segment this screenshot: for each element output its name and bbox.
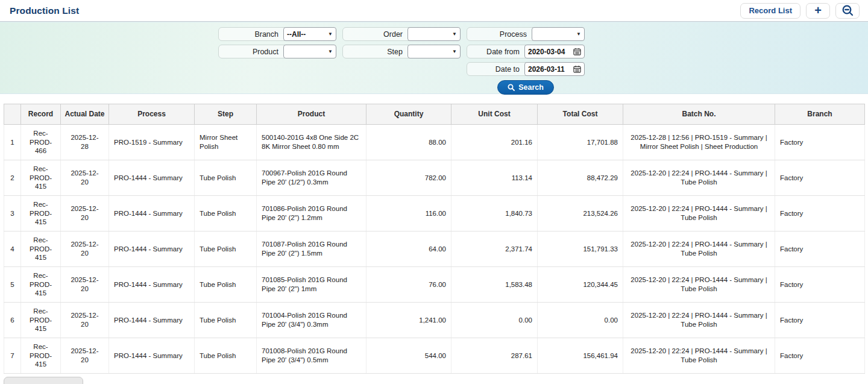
col-header-quantity: Quantity xyxy=(366,104,451,125)
filter-step-label: Step xyxy=(343,48,407,56)
cell-actual-date: 2025-12-20 xyxy=(61,160,109,196)
production-list-page: Production List Record List + Branch xyxy=(0,0,868,384)
table-row[interactable]: 3 Rec-PROD-415 2025-12-20 PRO-1444 - Sum… xyxy=(4,196,865,231)
cell-record: Rec-PROD-415 xyxy=(21,196,61,231)
cell-process: PRO-1444 - Summary xyxy=(109,231,195,267)
cell-process: PRO-1444 - Summary xyxy=(109,267,195,303)
filter-order-label: Order xyxy=(343,30,407,39)
cell-record: Rec-PROD-415 xyxy=(21,303,61,338)
col-header-process: Process xyxy=(109,104,195,125)
cell-row-index: 2 xyxy=(4,160,21,196)
col-header-total-cost: Total Cost xyxy=(538,104,623,125)
cell-total-cost: 0.00 xyxy=(538,303,623,338)
table-row[interactable]: 6 Rec-PROD-415 2025-12-20 PRO-1444 - Sum… xyxy=(4,303,865,338)
cell-product: 701085-Polish 201G Round Pipe 20' (2") 1… xyxy=(257,267,366,303)
chevron-down-icon: ▼ xyxy=(576,31,581,37)
calendar-icon xyxy=(573,48,581,55)
search-icon xyxy=(508,84,515,91)
table-row[interactable]: 5 Rec-PROD-415 2025-12-20 PRO-1444 - Sum… xyxy=(4,267,865,303)
cell-step: Tube Polish xyxy=(195,267,257,303)
filter-branch: Branch --All-- ▼ xyxy=(218,27,336,41)
chevron-down-icon: ▼ xyxy=(452,31,457,37)
chevron-down-icon: ▼ xyxy=(452,49,457,54)
cell-row-index: 1 xyxy=(4,125,21,160)
cell-unit-cost: 1,583.48 xyxy=(451,267,538,303)
cell-record: Rec-PROD-415 xyxy=(21,267,61,303)
filter-date-to-input[interactable]: 2026-03-11 xyxy=(524,62,585,76)
search-button[interactable]: Search xyxy=(497,80,554,95)
cell-branch: Factory xyxy=(775,231,865,267)
filter-date-from: Date from 2020-03-04 xyxy=(467,45,585,58)
cell-unit-cost: 2,371.74 xyxy=(451,231,538,267)
cell-branch: Factory xyxy=(775,338,865,374)
cell-process: PRO-1519 - Summary xyxy=(109,125,195,160)
filter-product-label: Product xyxy=(219,48,283,56)
search-row: Search xyxy=(0,80,868,95)
cell-total-cost: 213,524.26 xyxy=(538,196,623,231)
col-header-batch-no: Batch No. xyxy=(623,104,775,125)
record-list-button[interactable]: Record List xyxy=(740,3,800,19)
cell-branch: Factory xyxy=(775,303,865,338)
table-row[interactable]: 1 Rec-PROD-466 2025-12-28 PRO-1519 - Sum… xyxy=(4,125,865,160)
cell-record: Rec-PROD-415 xyxy=(21,231,61,267)
cell-total-cost: 151,791.33 xyxy=(538,231,623,267)
cell-batch-no: 2025-12-20 | 22:24 | PRO-1444 - Summary … xyxy=(623,338,775,374)
zoom-out-icon xyxy=(841,4,854,17)
filter-product-select[interactable]: ▼ xyxy=(283,45,336,58)
filter-order-select[interactable]: ▼ xyxy=(407,27,461,41)
cell-step: Tube Polish xyxy=(195,303,257,338)
table-row[interactable]: 2 Rec-PROD-415 2025-12-20 PRO-1444 - Sum… xyxy=(4,160,865,196)
cell-process: PRO-1444 - Summary xyxy=(109,303,195,338)
table-body: 1 Rec-PROD-466 2025-12-28 PRO-1519 - Sum… xyxy=(4,125,865,374)
filter-process-select[interactable]: ▼ xyxy=(532,27,585,41)
cell-branch: Factory xyxy=(775,267,865,303)
plus-icon: + xyxy=(814,4,822,16)
cell-product: 701087-Polish 201G Round Pipe 20' (2") 1… xyxy=(257,231,366,267)
table-row[interactable]: 7 Rec-PROD-415 2025-12-20 PRO-1444 - Sum… xyxy=(4,338,865,374)
filter-order: Order ▼ xyxy=(342,27,461,41)
cell-unit-cost: 1,840.73 xyxy=(451,196,538,231)
col-header-record: Record xyxy=(21,104,61,125)
cell-batch-no: 2025-12-20 | 22:24 | PRO-1444 - Summary … xyxy=(623,267,775,303)
cell-quantity: 76.00 xyxy=(366,267,451,303)
filter-step-select[interactable]: ▼ xyxy=(407,45,461,58)
cell-step: Mirror Sheet Polish xyxy=(195,125,257,160)
cell-actual-date: 2025-12-20 xyxy=(61,303,109,338)
filter-grid: Branch --All-- ▼ Order ▼ Process ▼ xyxy=(218,27,585,76)
table-row[interactable]: 4 Rec-PROD-415 2025-12-20 PRO-1444 - Sum… xyxy=(4,231,865,267)
cell-actual-date: 2025-12-28 xyxy=(61,125,109,160)
col-header-product: Product xyxy=(257,104,366,125)
cell-product: 701086-Polish 201G Round Pipe 20' (2") 1… xyxy=(257,196,366,231)
col-header-actual-date: Actual Date xyxy=(61,104,109,125)
cell-quantity: 544.00 xyxy=(366,338,451,374)
top-bar: Production List Record List + xyxy=(0,0,868,22)
cell-step: Tube Polish xyxy=(195,160,257,196)
cell-record: Rec-PROD-415 xyxy=(21,338,61,374)
cell-total-cost: 156,461.94 xyxy=(538,338,623,374)
cell-unit-cost: 0.00 xyxy=(451,303,538,338)
top-bar-actions: Record List + xyxy=(740,3,860,19)
filter-branch-label: Branch xyxy=(219,30,283,39)
filter-branch-select[interactable]: --All-- ▼ xyxy=(283,27,336,41)
cell-branch: Factory xyxy=(775,125,865,160)
cell-process: PRO-1444 - Summary xyxy=(109,160,195,196)
cell-batch-no: 2025-12-20 | 22:24 | PRO-1444 - Summary … xyxy=(623,303,775,338)
cell-unit-cost: 287.61 xyxy=(451,338,538,374)
cell-record: Rec-PROD-466 xyxy=(21,125,61,160)
cell-process: PRO-1444 - Summary xyxy=(109,196,195,231)
cell-quantity: 782.00 xyxy=(366,160,451,196)
filter-date-from-input[interactable]: 2020-03-04 xyxy=(524,45,585,58)
cell-total-cost: 17,701.88 xyxy=(538,125,623,160)
footer-button-partial[interactable] xyxy=(4,377,83,384)
cell-row-index: 5 xyxy=(4,267,21,303)
add-record-button[interactable]: + xyxy=(806,3,830,19)
production-table: Record Actual Date Process Step Product … xyxy=(4,104,865,374)
cell-batch-no: 2025-12-20 | 22:24 | PRO-1444 - Summary … xyxy=(623,231,775,267)
cell-actual-date: 2025-12-20 xyxy=(61,267,109,303)
cell-total-cost: 120,344.45 xyxy=(538,267,623,303)
toggle-search-button[interactable] xyxy=(835,3,860,19)
filter-date-to-label: Date to xyxy=(467,65,524,74)
page-title: Production List xyxy=(10,5,79,16)
col-header-index xyxy=(4,104,21,125)
cell-row-index: 3 xyxy=(4,196,21,231)
